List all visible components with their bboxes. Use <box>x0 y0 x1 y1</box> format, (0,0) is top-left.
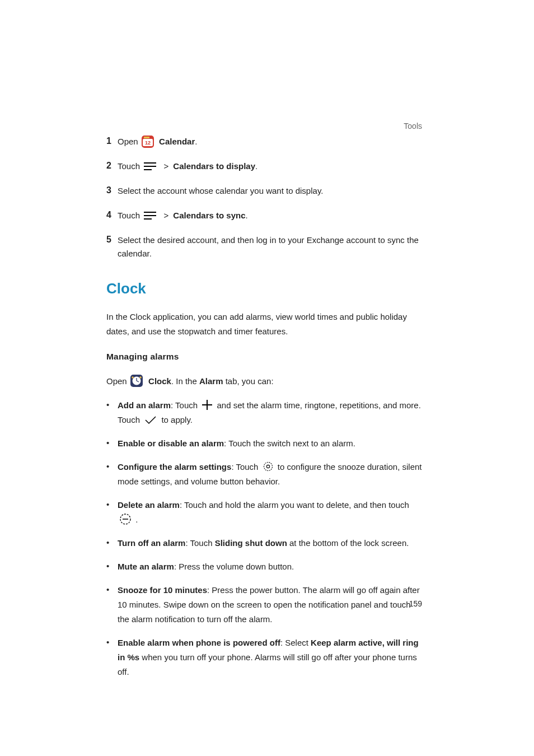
bullet-text: : Touch <box>185 538 214 548</box>
chevron-right-icon: > <box>163 211 171 220</box>
bullet-snooze: • Snooze for 10 minutes: Press the power… <box>106 583 422 627</box>
clock-app-icon <box>130 375 143 387</box>
step-number: 2 <box>106 160 118 172</box>
bullet-body: Enable alarm when phone is powered off: … <box>118 636 422 679</box>
bullet-label: Delete an alarm <box>118 500 180 510</box>
bullet-text: : Touch <box>171 400 200 410</box>
section-intro: In the Clock application, you can add al… <box>106 310 422 339</box>
open-clock-line: Open Clock. In the Alarm tab, you can: <box>106 375 422 388</box>
bullet-text: when you turn off your phone. Alarms wil… <box>118 652 417 676</box>
bullet-body: Snooze for 10 minutes: Press the power b… <box>118 583 422 627</box>
step-text-pre: Touch <box>118 211 142 220</box>
bullet-mute: • Mute an alarm: Press the volume down b… <box>106 559 422 574</box>
clock-label: Clock <box>148 376 171 386</box>
bullet-text: : Touch the switch next to an alarm. <box>224 438 355 448</box>
bullet-text: : Select <box>280 638 311 647</box>
bullet-label: Turn off an alarm <box>118 538 185 548</box>
step-number: 5 <box>106 234 118 246</box>
bullet-add-alarm: • Add an alarm: Touch and set the alarm … <box>106 398 422 427</box>
sliding-shut-down-label: Sliding shut down <box>215 538 287 548</box>
calendar-icon: 12 <box>142 136 154 148</box>
bullet-label: Configure the alarm settings <box>118 462 231 472</box>
bullet-icon: • <box>106 498 118 511</box>
step-1: 1 Open 12 Calendar. <box>106 135 422 148</box>
step-number: 3 <box>106 184 118 197</box>
menu-icon <box>144 162 156 170</box>
bullet-text: : Touch <box>231 462 260 472</box>
bullet-text: at the bottom of the lock screen. <box>287 538 409 548</box>
bullet-label: Enable alarm when phone is powered off <box>118 638 280 647</box>
svg-point-10 <box>266 465 269 468</box>
bullet-body: Delete an alarm: Touch and hold the alar… <box>118 498 422 527</box>
bullet-icon: • <box>106 436 118 450</box>
bullet-enable-disable: • Enable or disable an alarm: Touch the … <box>106 436 422 451</box>
open-post: tab, you can: <box>223 376 273 386</box>
bullet-turn-off: • Turn off an alarm: Touch Sliding shut … <box>106 536 422 550</box>
bullet-body: Mute an alarm: Press the volume down but… <box>118 559 422 574</box>
step-text-post: . <box>255 161 257 171</box>
bullet-icon: • <box>106 536 118 549</box>
svg-rect-3 <box>144 137 149 138</box>
step-text-post: . <box>246 211 248 220</box>
page: Tools 1 Open 12 Calendar. 2 <box>0 0 534 756</box>
bullet-configure-settings: • Configure the alarm settings: Touch to… <box>106 460 422 489</box>
bullet-icon: • <box>106 398 118 412</box>
step-body: Touch > Calendars to sync. <box>118 209 422 222</box>
bullet-label: Snooze for 10 minutes <box>118 585 207 595</box>
alarm-tab-label: Alarm <box>199 376 223 386</box>
bullet-enable-powered-off: • Enable alarm when phone is powered off… <box>106 636 422 679</box>
step-body: Touch > Calendars to display. <box>118 160 422 173</box>
page-number: 159 <box>409 598 422 610</box>
calendars-to-sync-label: Calendars to sync <box>173 211 245 220</box>
bullet-label: Mute an alarm <box>118 562 174 571</box>
step-5: 5 Select the desired account, and then l… <box>106 234 422 260</box>
steps-list: 1 Open 12 Calendar. 2 Touch <box>106 135 422 260</box>
bullet-text: . <box>135 515 138 524</box>
step-number: 1 <box>106 135 118 147</box>
step-number: 4 <box>106 209 118 221</box>
bullet-body: Configure the alarm settings: Touch to c… <box>118 460 422 489</box>
bullet-icon: • <box>106 460 118 473</box>
open-pre: Open <box>106 376 129 386</box>
subheading-managing-alarms: Managing alarms <box>106 350 422 363</box>
svg-point-8 <box>132 377 134 379</box>
menu-icon <box>144 212 156 220</box>
bullet-icon: • <box>106 583 118 596</box>
step-3: 3 Select the account whose calendar you … <box>106 184 422 198</box>
bullets-list: • Add an alarm: Touch and set the alarm … <box>106 398 422 679</box>
step-text-pre: Open <box>118 137 140 146</box>
step-body: Open 12 Calendar. <box>118 135 422 148</box>
bullet-text: : Press the volume down button. <box>174 562 294 571</box>
check-icon <box>144 416 157 424</box>
bullet-body: Enable or disable an alarm: Touch the sw… <box>118 436 422 451</box>
calendars-to-display-label: Calendars to display <box>173 161 255 171</box>
step-4: 4 Touch > Calendars to sync. <box>106 209 422 222</box>
step-body: Select the desired account, and then log… <box>118 234 422 260</box>
bullet-icon: • <box>106 636 118 649</box>
bullet-body: Add an alarm: Touch and set the alarm ti… <box>118 398 422 427</box>
step-body: Select the account whose calendar you wa… <box>118 184 422 198</box>
svg-text:12: 12 <box>145 140 151 146</box>
bullet-icon: • <box>106 559 118 573</box>
gear-icon <box>263 461 274 472</box>
plus-icon <box>202 400 212 410</box>
calendar-label: Calendar <box>159 137 195 146</box>
chevron-right-icon: > <box>163 161 171 171</box>
minus-circle-icon <box>119 513 132 525</box>
bullet-text: : Touch and hold the alarm you want to d… <box>180 500 409 510</box>
step-text-pre: Touch <box>118 161 142 171</box>
section-title-clock: Clock <box>106 277 422 300</box>
header-section-label: Tools <box>404 120 422 133</box>
bullet-label: Enable or disable an alarm <box>118 438 224 448</box>
bullet-delete-alarm: • Delete an alarm: Touch and hold the al… <box>106 498 422 527</box>
step-2: 2 Touch > Calendars to display. <box>106 160 422 173</box>
content: 1 Open 12 Calendar. 2 Touch <box>106 135 422 679</box>
svg-point-9 <box>139 377 142 379</box>
bullet-label: Add an alarm <box>118 400 171 410</box>
step-text-post: . <box>195 137 197 146</box>
bullet-body: Turn off an alarm: Touch Sliding shut do… <box>118 536 422 550</box>
bullet-text: to apply. <box>161 415 193 424</box>
open-mid1: . In the <box>171 376 199 386</box>
